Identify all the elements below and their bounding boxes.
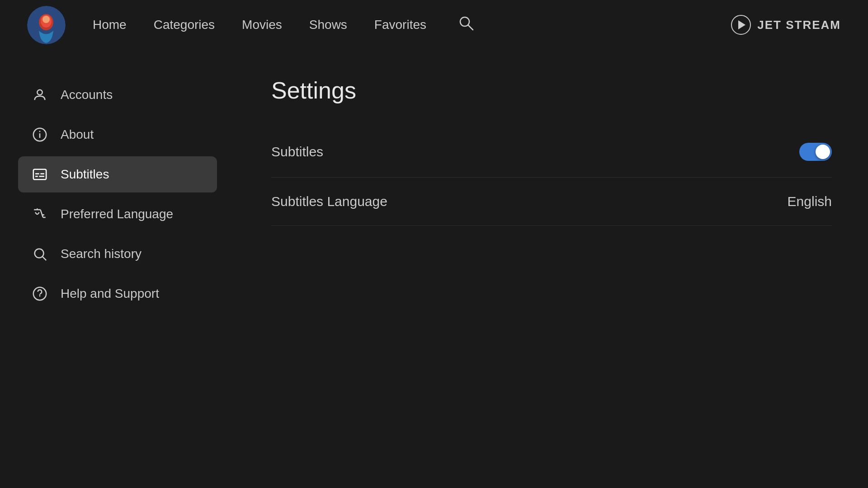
subtitles-language-value: English [788,194,832,209]
settings-section: Subtitles Subtitles Language English [271,127,832,226]
svg-rect-11 [33,169,46,180]
sidebar-item-search-history[interactable]: Search history [18,236,217,272]
subtitles-language-label: Subtitles Language [271,194,387,209]
settings-row-subtitles: Subtitles [271,127,832,178]
translate-icon [32,206,48,222]
subtitles-icon [32,166,48,183]
toggle-track [799,143,832,161]
subtitles-label: Subtitles [271,144,323,160]
info-icon [32,127,48,143]
svg-point-7 [37,90,42,95]
brand-name: JET STREAM [757,18,841,32]
page-title: Settings [271,77,832,104]
svg-point-4 [460,17,469,26]
nav-shows[interactable]: Shows [309,18,347,32]
sidebar-item-about[interactable]: About [18,117,217,153]
sidebar-item-preferred-language[interactable]: Preferred Language [18,196,217,232]
sidebar-item-subtitles[interactable]: Subtitles [18,156,217,192]
settings-row-subtitles-language[interactable]: Subtitles Language English [271,178,832,226]
sidebar-label-search-history: Search history [61,247,142,261]
sidebar-item-help-support[interactable]: Help and Support [18,276,217,312]
subtitles-toggle[interactable] [799,143,832,161]
help-icon [32,286,48,302]
main-layout: Accounts About [0,50,868,488]
nav-links: Home Categories Movies Shows Favorites [93,15,731,35]
sidebar-item-accounts[interactable]: Accounts [18,77,217,113]
svg-line-17 [42,257,46,260]
nav-home[interactable]: Home [93,18,127,32]
sidebar-label-help-support: Help and Support [61,286,159,301]
svg-point-3 [42,16,50,23]
sidebar: Accounts About [0,50,235,488]
content-area: Settings Subtitles Subtitles Language En… [235,50,868,488]
search-history-icon [32,246,48,262]
app-logo[interactable] [27,6,66,44]
search-icon[interactable] [458,15,474,35]
brand-icon [731,15,751,35]
brand: JET STREAM [731,15,841,35]
sidebar-label-about: About [61,127,94,142]
nav-categories[interactable]: Categories [154,18,215,32]
sidebar-label-accounts: Accounts [61,88,113,102]
sidebar-label-preferred-language: Preferred Language [61,207,173,221]
svg-line-5 [468,25,473,30]
svg-point-10 [39,131,41,132]
sidebar-label-subtitles: Subtitles [61,167,109,182]
svg-point-16 [35,249,44,258]
top-nav: Home Categories Movies Shows Favorites J… [0,0,868,50]
toggle-thumb [816,145,830,159]
svg-marker-6 [738,20,745,29]
person-icon [32,87,48,103]
svg-point-19 [39,296,40,297]
nav-favorites[interactable]: Favorites [374,18,426,32]
nav-movies[interactable]: Movies [242,18,282,32]
